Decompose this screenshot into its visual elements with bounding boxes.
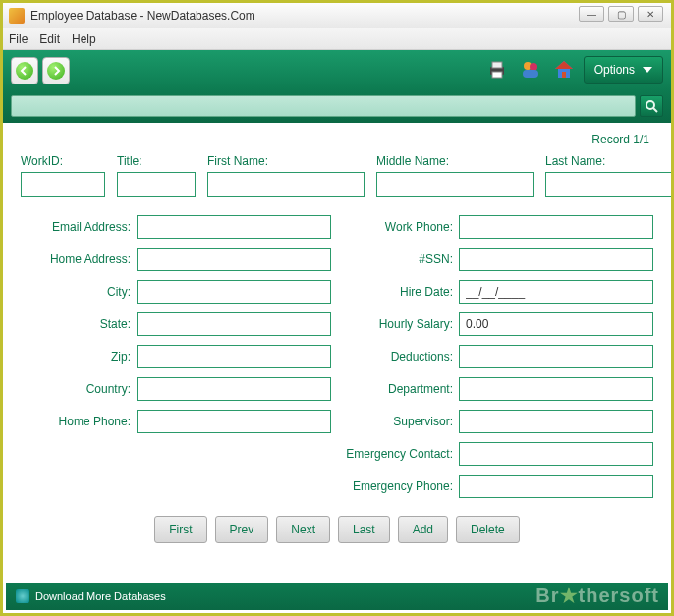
home-icon[interactable] <box>550 56 578 84</box>
field-row: Supervisor: <box>343 410 653 433</box>
right-label-8: Emergency Phone: <box>343 479 453 493</box>
left-input-1[interactable] <box>137 248 331 271</box>
window-title: Employee Database - NewDatabases.Com <box>30 9 255 23</box>
arrow-left-icon <box>16 62 33 80</box>
field-row: Deductions: <box>343 345 653 368</box>
label-workid: WorkID: <box>21 154 105 168</box>
input-middle-name[interactable] <box>376 172 534 197</box>
chevron-down-icon <box>643 67 652 73</box>
magnifier-icon <box>645 99 658 113</box>
left-label-5: Country: <box>21 382 131 396</box>
left-input-5[interactable] <box>137 377 331 401</box>
right-input-4[interactable] <box>459 345 653 368</box>
input-workid[interactable] <box>21 172 105 197</box>
right-input-6[interactable] <box>459 410 653 433</box>
minimize-button[interactable]: — <box>579 6 604 22</box>
prev-button[interactable]: Prev <box>215 516 269 543</box>
field-row: Home Phone: <box>21 410 331 433</box>
field-row: Hire Date: <box>343 280 653 304</box>
arrow-right-icon <box>47 62 65 80</box>
input-last-name[interactable] <box>545 172 674 197</box>
left-label-0: Email Address: <box>21 220 131 234</box>
right-column: Work Phone:#SSN:Hire Date:Hourly Salary:… <box>343 215 653 498</box>
label-first-name: First Name: <box>207 154 365 168</box>
right-label-1: #SSN: <box>343 252 453 266</box>
last-button[interactable]: Last <box>338 516 390 543</box>
right-label-4: Deductions: <box>343 350 453 364</box>
field-row: Work Phone: <box>343 215 653 239</box>
right-input-2[interactable] <box>459 280 653 304</box>
right-input-5[interactable] <box>459 377 653 401</box>
users-icon[interactable] <box>517 56 544 84</box>
label-middle-name: Middle Name: <box>376 154 534 168</box>
menu-file[interactable]: File <box>9 32 28 46</box>
options-button[interactable]: Options <box>584 56 663 84</box>
field-row: Country: <box>21 377 331 401</box>
top-field-row: WorkID: Title: First Name: Middle Name: … <box>21 154 653 197</box>
right-input-0[interactable] <box>459 215 653 239</box>
left-label-4: Zip: <box>21 350 131 364</box>
delete-button[interactable]: Delete <box>456 516 520 543</box>
field-row: Emergency Contact: <box>343 442 653 466</box>
record-status: Record 1/1 <box>21 129 653 154</box>
close-button[interactable]: ✕ <box>638 6 663 22</box>
svg-rect-5 <box>523 70 538 78</box>
field-row: Emergency Phone: <box>343 475 653 498</box>
field-row: City: <box>21 280 331 304</box>
left-input-0[interactable] <box>137 215 331 239</box>
left-label-2: City: <box>21 285 131 299</box>
toolbar: Options <box>3 50 671 91</box>
options-label: Options <box>594 63 635 77</box>
next-button[interactable]: Next <box>276 516 330 543</box>
first-button[interactable]: First <box>154 516 206 543</box>
left-input-2[interactable] <box>137 280 331 304</box>
svg-rect-6 <box>562 72 566 78</box>
label-last-name: Last Name: <box>545 154 674 168</box>
right-input-1[interactable] <box>459 248 653 271</box>
action-button-row: First Prev Next Last Add Delete <box>21 516 653 543</box>
form-content: Record 1/1 WorkID: Title: First Name: Mi… <box>3 123 671 553</box>
left-input-6[interactable] <box>137 410 331 433</box>
right-label-0: Work Phone: <box>343 220 453 234</box>
right-input-7[interactable] <box>459 442 653 466</box>
searchbar <box>3 91 671 123</box>
field-row: #SSN: <box>343 248 653 271</box>
download-icon <box>16 589 29 603</box>
menu-edit[interactable]: Edit <box>39 32 60 46</box>
right-label-3: Hourly Salary: <box>343 317 453 331</box>
window-titlebar: Employee Database - NewDatabases.Com — ▢… <box>3 3 671 28</box>
left-column: Email Address:Home Address:City:State:Zi… <box>21 215 331 498</box>
print-icon[interactable] <box>483 56 511 84</box>
right-label-5: Department: <box>343 382 453 396</box>
right-input-8[interactable] <box>459 475 653 498</box>
field-row: Email Address: <box>21 215 331 239</box>
left-label-6: Home Phone: <box>21 415 131 428</box>
app-icon <box>9 8 25 24</box>
field-row: Hourly Salary: <box>343 312 653 336</box>
left-label-3: State: <box>21 317 131 331</box>
nav-forward-button[interactable] <box>42 57 70 84</box>
svg-line-8 <box>653 108 657 112</box>
right-label-2: Hire Date: <box>343 285 453 299</box>
field-row: Home Address: <box>21 248 331 271</box>
add-button[interactable]: Add <box>398 516 448 543</box>
field-row: Zip: <box>21 345 331 368</box>
svg-point-7 <box>646 101 654 109</box>
search-input[interactable] <box>11 95 636 117</box>
svg-rect-1 <box>492 62 502 68</box>
menubar: File Edit Help <box>3 28 671 50</box>
field-row: State: <box>21 312 331 336</box>
maximize-button[interactable]: ▢ <box>608 6 634 22</box>
download-link[interactable]: Download More Databases <box>35 590 166 602</box>
nav-back-button[interactable] <box>11 57 38 84</box>
search-button[interactable] <box>640 95 663 117</box>
left-label-1: Home Address: <box>21 252 131 266</box>
label-title: Title: <box>117 154 196 168</box>
svg-point-4 <box>530 63 537 71</box>
right-input-3[interactable] <box>459 312 653 336</box>
input-title[interactable] <box>117 172 196 197</box>
menu-help[interactable]: Help <box>72 32 96 46</box>
left-input-4[interactable] <box>137 345 331 368</box>
left-input-3[interactable] <box>137 312 331 336</box>
input-first-name[interactable] <box>207 172 365 197</box>
